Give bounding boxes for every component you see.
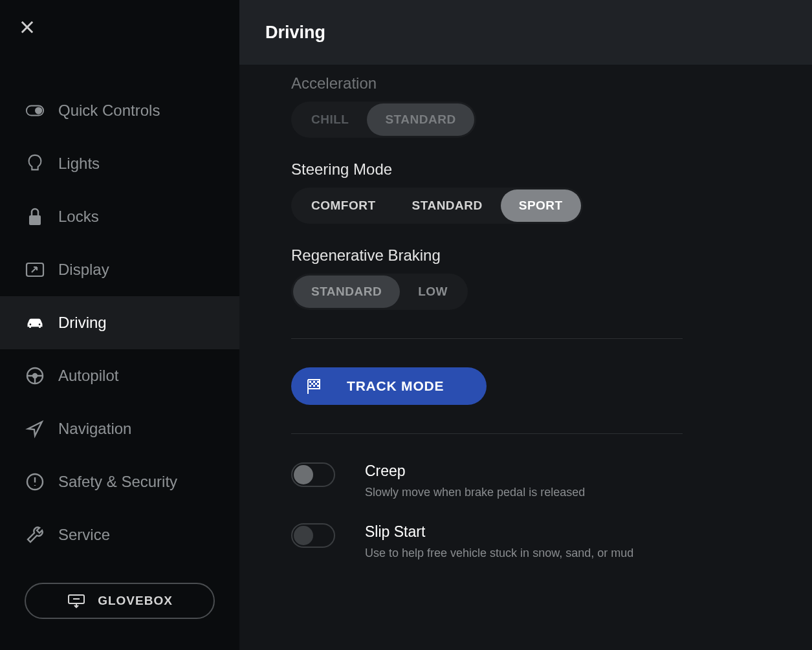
close-icon xyxy=(18,18,36,36)
divider xyxy=(291,433,683,434)
steering-option-sport[interactable]: SPORT xyxy=(501,190,581,222)
acceleration-option-chill[interactable]: CHILL xyxy=(293,103,367,136)
sidebar-item-navigation[interactable]: Navigation xyxy=(0,402,239,455)
toggle-icon xyxy=(25,100,45,121)
steering-mode-label: Steering Mode xyxy=(291,160,786,179)
sidebar-item-label: Autopilot xyxy=(58,367,118,385)
toggle-knob xyxy=(294,526,313,545)
steering-option-comfort[interactable]: COMFORT xyxy=(293,190,394,222)
svg-point-1 xyxy=(36,107,41,113)
display-icon xyxy=(25,259,45,280)
track-mode-button[interactable]: TRACK MODE xyxy=(291,367,487,405)
glovebox-button[interactable]: GLOVEBOX xyxy=(25,583,215,619)
regen-option-standard[interactable]: STANDARD xyxy=(293,276,400,308)
creep-toggle[interactable] xyxy=(291,462,335,487)
acceleration-segment: CHILL STANDARD xyxy=(291,102,476,138)
toggle-knob xyxy=(294,465,313,484)
content: Acceleration CHILL STANDARD Steering Mod… xyxy=(239,65,812,650)
nav-list: Quick Controls Lights Locks xyxy=(0,84,239,583)
sidebar: Quick Controls Lights Locks xyxy=(0,0,239,650)
regen-braking-segment: STANDARD LOW xyxy=(291,274,468,310)
acceleration-label: Acceleration xyxy=(291,74,786,92)
svg-rect-12 xyxy=(317,381,319,383)
creep-description: Slowly move when brake pedal is released xyxy=(365,485,585,500)
glovebox-label: GLOVEBOX xyxy=(98,594,173,608)
track-mode-label: TRACK MODE xyxy=(347,378,444,394)
slip-start-row: Slip Start Use to help free vehicle stuc… xyxy=(291,523,786,561)
main-panel: Driving Acceleration CHILL STANDARD Stee… xyxy=(239,0,812,650)
sidebar-item-quick-controls[interactable]: Quick Controls xyxy=(0,84,239,137)
creep-label: Creep xyxy=(365,462,585,480)
header: Driving xyxy=(239,0,812,65)
svg-rect-16 xyxy=(313,385,315,387)
svg-point-4 xyxy=(30,323,32,325)
sidebar-item-label: Safety & Security xyxy=(58,473,177,491)
steering-option-standard[interactable]: STANDARD xyxy=(394,190,501,222)
sidebar-item-autopilot[interactable]: Autopilot xyxy=(0,349,239,402)
slip-start-label: Slip Start xyxy=(365,523,633,541)
regen-option-low[interactable]: LOW xyxy=(400,276,466,308)
svg-rect-11 xyxy=(313,381,315,383)
sidebar-item-display[interactable]: Display xyxy=(0,243,239,296)
sidebar-item-locks[interactable]: Locks xyxy=(0,190,239,243)
svg-point-5 xyxy=(39,323,41,325)
sidebar-item-label: Navigation xyxy=(58,420,131,438)
sidebar-item-safety-security[interactable]: Safety & Security xyxy=(0,455,239,508)
page-title: Driving xyxy=(265,23,325,43)
svg-rect-2 xyxy=(29,215,41,225)
svg-rect-15 xyxy=(309,385,311,387)
sidebar-item-label: Service xyxy=(58,526,110,544)
flag-icon xyxy=(305,377,324,395)
svg-rect-10 xyxy=(309,381,311,383)
regen-braking-label: Regenerative Braking xyxy=(291,246,786,265)
car-icon xyxy=(25,312,45,333)
acceleration-option-standard[interactable]: STANDARD xyxy=(367,103,474,136)
steering-wheel-icon xyxy=(25,365,45,386)
svg-point-7 xyxy=(33,374,37,378)
navigation-icon xyxy=(25,418,45,439)
slip-start-toggle[interactable] xyxy=(291,523,335,548)
steering-mode-segment: COMFORT STANDARD SPORT xyxy=(291,188,583,224)
wrench-icon xyxy=(25,525,45,545)
lock-icon xyxy=(25,206,45,227)
sidebar-item-label: Quick Controls xyxy=(58,102,160,120)
glovebox-icon xyxy=(67,593,86,609)
svg-rect-13 xyxy=(311,383,313,385)
divider xyxy=(291,338,683,339)
sidebar-item-label: Locks xyxy=(58,208,99,226)
creep-row: Creep Slowly move when brake pedal is re… xyxy=(291,462,786,500)
sidebar-item-driving[interactable]: Driving xyxy=(0,296,239,349)
close-button[interactable] xyxy=(0,0,239,39)
lightbulb-icon xyxy=(25,153,45,174)
sidebar-item-service[interactable]: Service xyxy=(0,508,239,561)
svg-rect-14 xyxy=(315,383,317,385)
slip-start-description: Use to help free vehicle stuck in snow, … xyxy=(365,546,633,561)
sidebar-item-label: Display xyxy=(58,261,109,279)
svg-rect-17 xyxy=(317,385,319,387)
alert-icon xyxy=(25,471,45,492)
sidebar-item-label: Lights xyxy=(58,155,100,173)
sidebar-item-lights[interactable]: Lights xyxy=(0,137,239,190)
sidebar-item-label: Driving xyxy=(58,314,107,332)
